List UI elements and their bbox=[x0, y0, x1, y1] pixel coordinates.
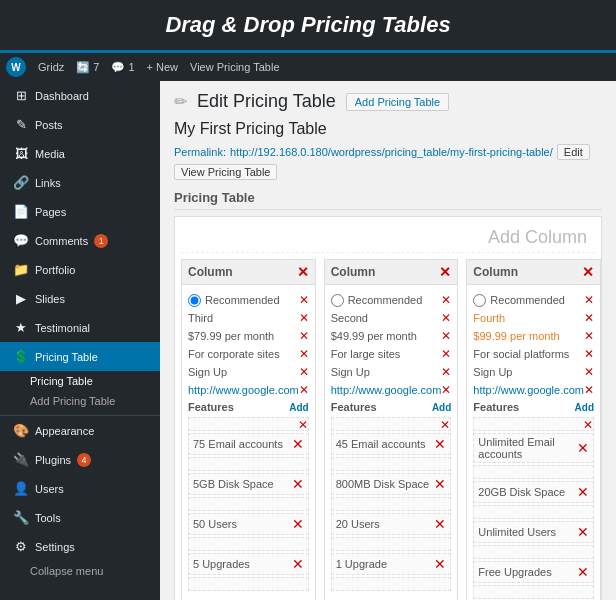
delete-feature-icon[interactable]: ✕ bbox=[292, 436, 304, 452]
feature-row: 45 Email accounts ✕ bbox=[331, 433, 452, 455]
feature-text: Free Upgrades bbox=[478, 566, 551, 578]
features-label: Features bbox=[331, 401, 377, 413]
site-name[interactable]: Gridz bbox=[38, 61, 64, 73]
sidebar-item-testimonial[interactable]: ★ Testimonial bbox=[0, 313, 160, 342]
delete-feature-icon[interactable]: ✕ bbox=[434, 476, 446, 492]
sidebar-item-pricing-table[interactable]: 💲 Pricing Table bbox=[0, 342, 160, 371]
sidebar-item-plugins[interactable]: 🔌 Plugins 4 bbox=[0, 445, 160, 474]
delete-button-icon[interactable]: ✕ bbox=[441, 365, 451, 379]
delete-feature-icon[interactable]: ✕ bbox=[577, 564, 589, 580]
recommended-row[interactable]: Recommended ✕ bbox=[331, 291, 452, 309]
delete-feature-icon[interactable]: ✕ bbox=[292, 556, 304, 572]
delete-desc-icon[interactable]: ✕ bbox=[441, 347, 451, 361]
edit-permalink-btn[interactable]: Edit bbox=[557, 144, 590, 160]
sidebar-item-links[interactable]: 🔗 Links bbox=[0, 168, 160, 197]
feature-row: 75 Email accounts ✕ bbox=[188, 433, 309, 455]
view-pricing-table-btn[interactable]: View Pricing Table bbox=[190, 61, 279, 73]
col-desc-row: For corporate sites ✕ bbox=[188, 345, 309, 363]
col-price: $49.99 per month bbox=[331, 330, 417, 342]
dashboard-icon: ⊞ bbox=[13, 88, 29, 103]
recommended-row[interactable]: Recommended ✕ bbox=[188, 291, 309, 309]
sidebar-item-users[interactable]: 👤 Users bbox=[0, 474, 160, 503]
delete-price-icon[interactable]: ✕ bbox=[299, 329, 309, 343]
sidebar-label-slides: Slides bbox=[35, 293, 65, 305]
delete-link-icon[interactable]: ✕ bbox=[299, 383, 309, 397]
add-feature-btn[interactable]: Add bbox=[432, 402, 451, 413]
delete-price-icon[interactable]: ✕ bbox=[441, 329, 451, 343]
recommended-radio[interactable] bbox=[473, 294, 486, 307]
col-close-btn[interactable]: ✕ bbox=[439, 264, 451, 280]
feature-empty-row bbox=[188, 537, 309, 551]
delete-feature-icon[interactable]: ✕ bbox=[434, 556, 446, 572]
col-link-row: http://www.google.com ✕ bbox=[473, 381, 594, 399]
delete-button-icon[interactable]: ✕ bbox=[584, 365, 594, 379]
sidebar: ⊞ Dashboard ✎ Posts 🖼 Media 🔗 Links 📄 Pa… bbox=[0, 81, 160, 600]
delete-top-icon[interactable]: ✕ bbox=[583, 418, 593, 432]
feature-text: 5 Upgrades bbox=[193, 558, 250, 570]
col-desc-row: For large sites ✕ bbox=[331, 345, 452, 363]
col-close-btn[interactable]: ✕ bbox=[297, 264, 309, 280]
layout: ⊞ Dashboard ✎ Posts 🖼 Media 🔗 Links 📄 Pa… bbox=[0, 81, 616, 600]
add-pricing-table-btn[interactable]: Add Pricing Table bbox=[346, 93, 449, 111]
sidebar-collapse[interactable]: Collapse menu bbox=[0, 561, 160, 581]
delete-feature-icon[interactable]: ✕ bbox=[292, 516, 304, 532]
delete-feature-icon[interactable]: ✕ bbox=[577, 484, 589, 500]
sidebar-item-dashboard[interactable]: ⊞ Dashboard bbox=[0, 81, 160, 110]
features-header: Features Add bbox=[188, 399, 309, 415]
col-link-row: http://www.google.com ✕ bbox=[188, 381, 309, 399]
sidebar-item-settings[interactable]: ⚙ Settings bbox=[0, 532, 160, 561]
new-btn[interactable]: + New bbox=[147, 61, 179, 73]
delete-label-icon[interactable]: ✕ bbox=[299, 311, 309, 325]
edit-icon: ✏ bbox=[174, 92, 187, 111]
delete-recommended-icon[interactable]: ✕ bbox=[441, 293, 451, 307]
delete-button-icon[interactable]: ✕ bbox=[299, 365, 309, 379]
permalink-label: Permalink: bbox=[174, 146, 226, 158]
delete-label-icon[interactable]: ✕ bbox=[441, 311, 451, 325]
sidebar-item-tools[interactable]: 🔧 Tools bbox=[0, 503, 160, 532]
col-price: $79.99 per month bbox=[188, 330, 274, 342]
delete-price-icon[interactable]: ✕ bbox=[584, 329, 594, 343]
sidebar-label-media: Media bbox=[35, 148, 65, 160]
delete-link-icon[interactable]: ✕ bbox=[584, 383, 594, 397]
view-pricing-btn[interactable]: View Pricing Table bbox=[174, 164, 277, 180]
recommended-row[interactable]: Recommended ✕ bbox=[473, 291, 594, 309]
col-link: http://www.google.com bbox=[331, 384, 442, 396]
col-close-btn[interactable]: ✕ bbox=[582, 264, 594, 280]
delete-link-icon[interactable]: ✕ bbox=[441, 383, 451, 397]
permalink-url[interactable]: http://192.168.0.180/wordpress/pricing_t… bbox=[230, 146, 553, 158]
feature-row: 1 Upgrade ✕ bbox=[331, 553, 452, 575]
sidebar-item-appearance[interactable]: 🎨 Appearance bbox=[0, 416, 160, 445]
updates-btn[interactable]: 🔄 7 bbox=[76, 61, 99, 74]
delete-feature-icon[interactable]: ✕ bbox=[292, 476, 304, 492]
delete-label-icon[interactable]: ✕ bbox=[584, 311, 594, 325]
delete-desc-icon[interactable]: ✕ bbox=[299, 347, 309, 361]
sidebar-item-media[interactable]: 🖼 Media bbox=[0, 139, 160, 168]
feature-row: 5 Upgrades ✕ bbox=[188, 553, 309, 575]
sidebar-sub-add-pricing-table[interactable]: Add Pricing Table bbox=[0, 391, 160, 411]
sidebar-item-pages[interactable]: 📄 Pages bbox=[0, 197, 160, 226]
delete-top-icon[interactable]: ✕ bbox=[440, 418, 450, 432]
delete-feature-icon[interactable]: ✕ bbox=[434, 516, 446, 532]
recommended-radio[interactable] bbox=[331, 294, 344, 307]
banner-title: Drag & Drop Pricing Tables bbox=[165, 12, 450, 37]
delete-desc-icon[interactable]: ✕ bbox=[584, 347, 594, 361]
sidebar-item-comments[interactable]: 💬 Comments 1 bbox=[0, 226, 160, 255]
sidebar-item-portfolio[interactable]: 📁 Portfolio bbox=[0, 255, 160, 284]
add-column-area[interactable]: Add Column bbox=[181, 223, 595, 253]
comments-btn[interactable]: 💬 1 bbox=[111, 61, 134, 74]
delete-feature-icon[interactable]: ✕ bbox=[577, 440, 589, 456]
delete-recommended-icon[interactable]: ✕ bbox=[299, 293, 309, 307]
links-icon: 🔗 bbox=[13, 175, 29, 190]
recommended-radio[interactable] bbox=[188, 294, 201, 307]
sidebar-item-posts[interactable]: ✎ Posts bbox=[0, 110, 160, 139]
add-feature-btn[interactable]: Add bbox=[289, 402, 308, 413]
sidebar-sub-pricing-table[interactable]: Pricing Table bbox=[0, 371, 160, 391]
permalink-bar: Permalink: http://192.168.0.180/wordpres… bbox=[174, 144, 602, 180]
delete-feature-icon[interactable]: ✕ bbox=[577, 524, 589, 540]
sidebar-item-slides[interactable]: ▶ Slides bbox=[0, 284, 160, 313]
add-feature-btn[interactable]: Add bbox=[575, 402, 594, 413]
delete-top-icon[interactable]: ✕ bbox=[298, 418, 308, 432]
sidebar-label-tools: Tools bbox=[35, 512, 61, 524]
delete-recommended-icon[interactable]: ✕ bbox=[584, 293, 594, 307]
delete-feature-icon[interactable]: ✕ bbox=[434, 436, 446, 452]
